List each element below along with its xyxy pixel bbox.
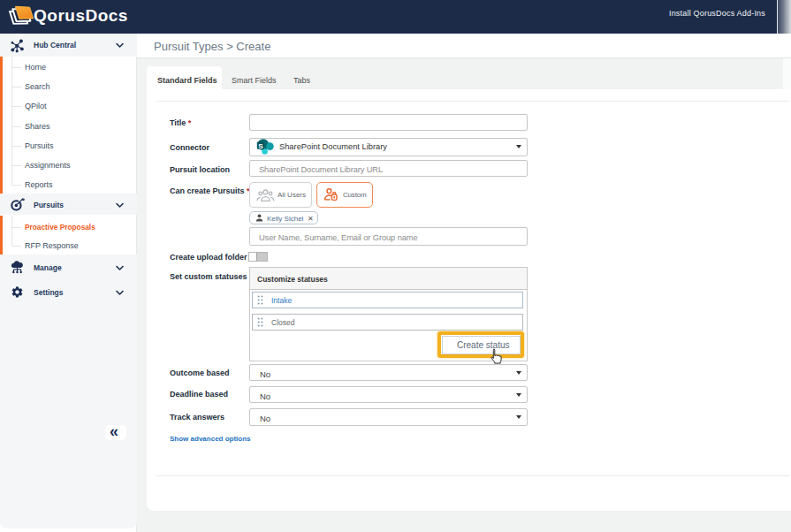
svg-text:S: S — [258, 142, 263, 150]
